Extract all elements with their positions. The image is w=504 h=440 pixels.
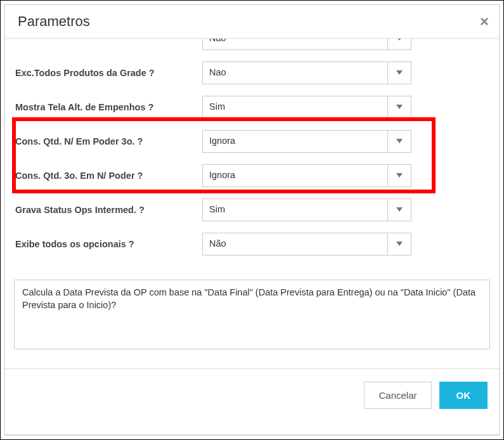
combo-value: Não: [203, 233, 388, 255]
close-icon: ×: [480, 13, 489, 30]
combo-value: Nao: [203, 62, 388, 84]
close-button[interactable]: ×: [480, 13, 489, 30]
param-combo-4[interactable]: Ignora: [202, 164, 411, 187]
combo-value: Ignora: [203, 131, 388, 152]
dialog-header: Parametros ×: [5, 5, 499, 39]
dialog-title: Parametros: [18, 13, 90, 30]
param-row-1: Exc.Todos Produtos da Grade ? Nao: [15, 61, 491, 84]
parameters-scroll-area[interactable]: Nao Exc.Todos Produtos da Grade ? Nao Mo…: [5, 39, 499, 273]
param-row-0: Nao: [15, 39, 491, 50]
param-label: Grava Status Ops Intermed. ?: [15, 205, 202, 215]
chevron-down-icon: [388, 165, 411, 186]
combo-value: Nao: [203, 39, 388, 49]
param-combo-2[interactable]: Sim: [202, 96, 411, 119]
param-row-3: Cons. Qtd. N/ Em Poder 3o. ? Ignora: [15, 130, 491, 153]
param-row-2: Mostra Tela Alt. de Empenhos ? Sim: [15, 96, 491, 119]
chevron-down-icon: [388, 62, 411, 84]
param-label: Cons. Qtd. 3o. Em N/ Poder ?: [15, 171, 202, 181]
param-row-5: Grava Status Ops Intermed. ? Sim: [15, 198, 491, 221]
combo-value: Sim: [203, 96, 388, 118]
chevron-down-icon: [388, 131, 411, 152]
cancel-button[interactable]: Cancelar: [364, 382, 431, 409]
chevron-down-icon: [388, 233, 411, 255]
ok-button[interactable]: OK: [439, 382, 488, 409]
chevron-down-icon: [388, 39, 411, 49]
chevron-down-icon: [388, 96, 411, 118]
param-label: Mostra Tela Alt. de Empenhos ?: [15, 102, 202, 112]
param-label: Exibe todos os opcionais ?: [15, 239, 202, 249]
combo-value: Sim: [203, 199, 388, 221]
chevron-down-icon: [388, 199, 411, 221]
param-row-6: Exibe todos os opcionais ? Não: [15, 233, 491, 256]
param-combo-6[interactable]: Não: [202, 233, 411, 256]
param-label: Exc.Todos Produtos da Grade ?: [15, 68, 202, 78]
param-combo-5[interactable]: Sim: [202, 198, 411, 221]
dialog-footer: Cancelar OK: [5, 368, 499, 422]
dialog-body: Nao Exc.Todos Produtos da Grade ? Nao Mo…: [5, 39, 499, 435]
parameters-dialog: Parametros × Nao Exc.To: [4, 4, 500, 436]
param-label: Cons. Qtd. N/ Em Poder 3o. ?: [15, 136, 202, 146]
param-combo-3[interactable]: Ignora: [202, 130, 411, 153]
parameter-description: Calcula a Data Prevista da OP com base n…: [14, 280, 490, 349]
param-row-4: Cons. Qtd. 3o. Em N/ Poder ? Ignora: [15, 164, 491, 187]
param-combo-0[interactable]: Nao: [202, 39, 411, 50]
combo-value: Ignora: [203, 165, 388, 186]
param-combo-1[interactable]: Nao: [202, 61, 411, 84]
